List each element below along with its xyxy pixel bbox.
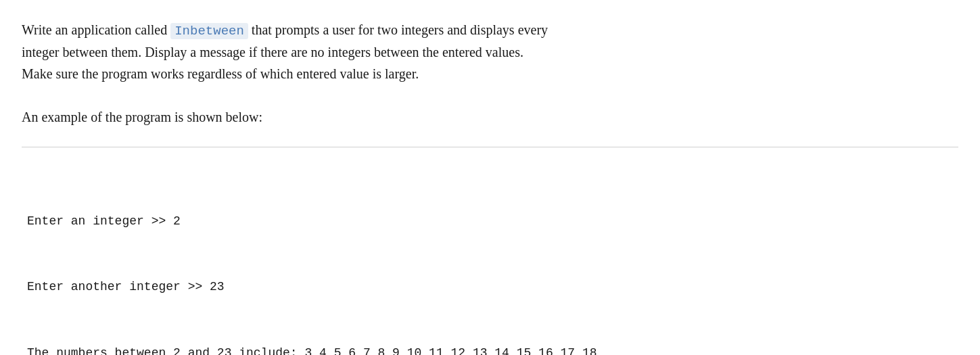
description-line2: integer between them. Display a message … <box>22 45 523 60</box>
section-divider <box>22 147 958 147</box>
description-line1-suffix: that prompts a user for two integers and… <box>248 22 548 37</box>
description-line3: Make sure the program works regardless o… <box>22 66 419 81</box>
description-line1-prefix: Write an application called <box>22 22 170 37</box>
code-line-1: Enter an integer >> 2 <box>27 210 953 232</box>
code-block: Enter an integer >> 2 Enter another inte… <box>22 166 958 355</box>
app-name-code: Inbetween <box>170 23 248 39</box>
code-line-2: Enter another integer >> 23 <box>27 276 953 298</box>
code-line-3: The numbers between 2 and 23 include: 3 … <box>27 342 953 355</box>
description-paragraph: Write an application called Inbetween th… <box>22 19 958 85</box>
content-area: Write an application called Inbetween th… <box>0 0 980 355</box>
example-label: An example of the program is shown below… <box>22 106 958 128</box>
